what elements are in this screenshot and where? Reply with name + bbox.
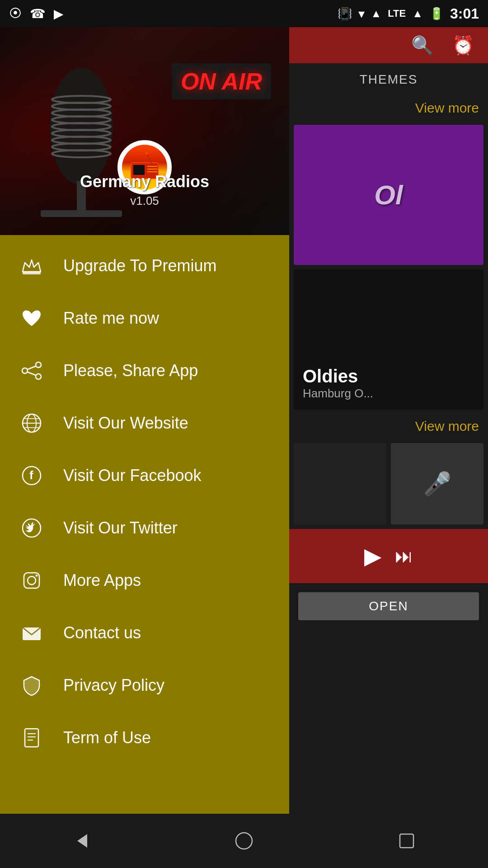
heart-icon	[18, 305, 45, 332]
contact-label: Contact us	[63, 623, 141, 642]
wifi-icon: ▾	[358, 6, 365, 21]
share-label: Please, Share App	[63, 361, 198, 380]
card-text: Ol	[374, 179, 403, 211]
themes-label: THEMES	[289, 63, 488, 96]
svg-point-22	[36, 374, 41, 379]
moreapps-label: More Apps	[63, 571, 141, 590]
svg-point-0	[50, 68, 113, 185]
play-button[interactable]: ▶	[364, 543, 381, 569]
small-card-1	[294, 443, 386, 524]
player-bar: ▶ ⏭	[289, 529, 488, 583]
right-panel-header: 🔍 ⏰	[289, 27, 488, 63]
crown-icon	[18, 252, 45, 279]
facebook-label: Visit Our Facebook	[63, 466, 201, 485]
twitter-label: Visit Our Twitter	[63, 519, 178, 538]
svg-point-36	[36, 575, 38, 577]
view-more-2[interactable]: View more	[289, 414, 488, 443]
status-left-icons: ⦿ ☎ ▶	[9, 6, 64, 21]
drawer-header: ON AIR Germany Radio	[0, 27, 289, 235]
app-info: Germany Radios v1.05	[80, 172, 209, 208]
svg-line-25	[28, 372, 36, 375]
globe-icon	[18, 410, 45, 437]
website-label: Visit Our Website	[63, 414, 188, 433]
recent-apps-button[interactable]	[384, 818, 429, 863]
search-icon[interactable]: 🔍	[411, 35, 434, 56]
play-store-icon: ▶	[54, 6, 64, 21]
terms-label: Term of Use	[63, 728, 151, 747]
oldies-card: Oldies Hamburg O...	[294, 269, 483, 410]
navigation-drawer: ON AIR Germany Radio	[0, 27, 289, 868]
oldies-title: Oldies	[303, 366, 358, 387]
svg-point-43	[236, 833, 252, 849]
menu-item-upgrade[interactable]: Upgrade To Premium	[0, 240, 289, 292]
menu-item-terms[interactable]: Term of Use	[0, 712, 289, 764]
svg-rect-11	[41, 210, 122, 217]
privacy-label: Privacy Policy	[63, 676, 164, 695]
fast-forward-button[interactable]: ⏭	[395, 546, 413, 566]
svg-line-24	[28, 366, 36, 369]
mail-icon	[18, 619, 45, 646]
menu-item-website[interactable]: Visit Our Website	[0, 397, 289, 449]
svg-point-21	[36, 362, 41, 368]
svg-rect-20	[23, 272, 41, 274]
upgrade-label: Upgrade To Premium	[63, 256, 217, 275]
status-right-icons: 📳 ▾ ▲ LTE ▲ 🔋 3:01	[338, 5, 479, 22]
app-name: Germany Radios	[80, 172, 209, 191]
svg-line-17	[147, 154, 151, 163]
menu-item-contact[interactable]: Contact us	[0, 607, 289, 659]
svg-point-18	[145, 152, 148, 155]
open-button[interactable]: OPEN	[298, 592, 479, 620]
signal-bars-icon: ▲	[412, 7, 423, 20]
small-card-2: 🎤	[391, 443, 483, 524]
open-button-container: OPEN	[289, 583, 488, 629]
home-button[interactable]	[221, 818, 267, 863]
navigation-bar	[0, 814, 488, 868]
oldies-subtitle: Hamburg O...	[303, 387, 373, 401]
signal-icon: ▲	[371, 7, 382, 20]
view-more-1[interactable]: View more	[289, 96, 488, 125]
status-bar: ⦿ ☎ ▶ 📳 ▾ ▲ LTE ▲ 🔋 3:01	[0, 0, 488, 27]
document-icon	[18, 724, 45, 751]
app-version: v1.05	[80, 194, 209, 208]
svg-text:f: f	[29, 468, 33, 482]
svg-rect-44	[400, 834, 413, 848]
vibrate-icon: 📳	[338, 7, 352, 21]
menu-item-twitter[interactable]: Visit Our Twitter	[0, 502, 289, 554]
time-display: 3:01	[450, 5, 479, 22]
battery-icon: 🔋	[429, 7, 444, 21]
svg-rect-38	[25, 729, 38, 747]
shield-icon	[18, 672, 45, 699]
rate-label: Rate me now	[63, 309, 159, 328]
share-icon	[18, 357, 45, 384]
history-icon[interactable]: ⏰	[452, 35, 474, 56]
menu-item-privacy[interactable]: Privacy Policy	[0, 659, 289, 712]
svg-point-35	[28, 576, 36, 585]
lte-label: LTE	[388, 8, 406, 19]
instagram-icon	[18, 567, 45, 594]
menu-item-rate[interactable]: Rate me now	[0, 292, 289, 344]
on-air-sign: ON AIR	[172, 63, 271, 99]
twitter-icon	[18, 514, 45, 542]
menu-item-facebook[interactable]: f Visit Our Facebook	[0, 449, 289, 502]
svg-marker-19	[23, 260, 41, 272]
facebook-icon: f	[18, 462, 45, 489]
right-panel: 🔍 ⏰ THEMES View more Ol Oldies Hamburg O…	[289, 27, 488, 868]
back-button[interactable]	[59, 818, 104, 863]
svg-point-23	[22, 368, 28, 373]
purple-card: Ol	[294, 125, 483, 265]
small-cards-row: 🎤	[294, 443, 483, 524]
on-air-text: ON AIR	[181, 68, 262, 94]
menu-item-share[interactable]: Please, Share App	[0, 344, 289, 397]
menu-item-moreapps[interactable]: More Apps	[0, 554, 289, 607]
phone-icon: ☎	[30, 6, 46, 21]
svg-marker-42	[77, 834, 87, 848]
wifi-activity-icon: ⦿	[9, 6, 22, 21]
drawer-menu: Upgrade To Premium Rate me now	[0, 235, 289, 868]
